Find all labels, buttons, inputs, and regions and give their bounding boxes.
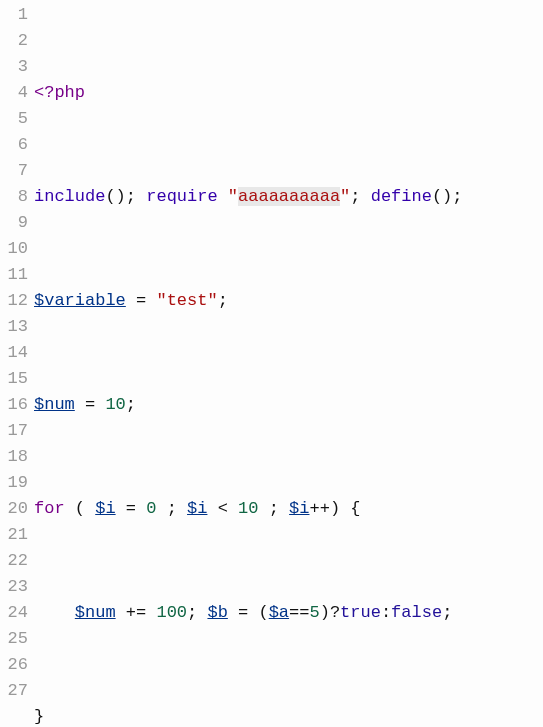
line-number: 7 [0,158,28,184]
line-number: 6 [0,132,28,158]
line-number: 12 [0,288,28,314]
line-number: 23 [0,574,28,600]
line-number: 19 [0,470,28,496]
line-number: 10 [0,236,28,262]
line-number: 25 [0,626,28,652]
line-number: 17 [0,418,28,444]
line-number: 16 [0,392,28,418]
line-number: 15 [0,366,28,392]
line-number: 14 [0,340,28,366]
line-number: 4 [0,80,28,106]
line-number: 24 [0,600,28,626]
code-line: <?php [34,80,543,106]
code-line: $num = 10; [34,392,543,418]
code-line: for ( $i = 0 ; $i < 10 ; $i++) { [34,496,543,522]
line-number: 21 [0,522,28,548]
line-number: 9 [0,210,28,236]
line-number: 20 [0,496,28,522]
line-number: 3 [0,54,28,80]
line-number: 5 [0,106,28,132]
code-editor[interactable]: 1234567891011121314151617181920212223242… [0,0,543,727]
code-area[interactable]: <?php include(); require "aaaaaaaaaa"; d… [34,2,543,727]
code-line: } [34,704,543,727]
line-number: 18 [0,444,28,470]
line-number: 27 [0,678,28,704]
line-number: 1 [0,2,28,28]
line-number: 11 [0,262,28,288]
code-line: $num += 100; $b = ($a==5)?true:false; [34,600,543,626]
line-number-gutter: 1234567891011121314151617181920212223242… [0,2,34,727]
line-number: 8 [0,184,28,210]
line-number: 2 [0,28,28,54]
code-line: $variable = "test"; [34,288,543,314]
php-open-tag: <?php [34,83,85,102]
code-line: include(); require "aaaaaaaaaa"; define(… [34,184,543,210]
line-number: 26 [0,652,28,678]
line-number: 13 [0,314,28,340]
line-number: 22 [0,548,28,574]
